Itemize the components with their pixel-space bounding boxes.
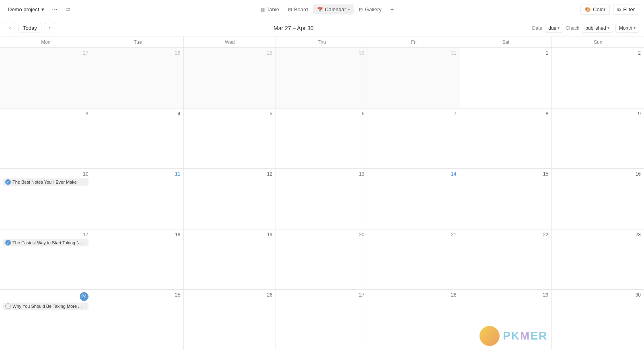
event-why-taking[interactable]: Why You Should Be Taking More ... — [3, 303, 88, 310]
day-30b: 30 — [555, 292, 641, 298]
month-select[interactable]: Month ▾ — [615, 24, 639, 33]
cell-apr4[interactable]: 4 — [92, 108, 184, 169]
day-27: 27 — [3, 50, 88, 56]
cell-apr24[interactable]: 24 Why You Should Be Taking More ... — [0, 290, 92, 350]
today-button[interactable]: Today — [19, 23, 41, 33]
project-chevron: ▾ — [41, 6, 44, 12]
day-22: 22 — [463, 232, 549, 237]
gallery-icon: ⊟ — [359, 7, 363, 12]
project-selector[interactable]: Demo project ▾ — [5, 5, 47, 14]
color-button[interactable]: 🎨 Color — [580, 4, 610, 15]
day-3: 3 — [3, 111, 88, 117]
cell-apr13[interactable]: 13 — [276, 169, 368, 229]
cell-apr2[interactable]: 2 — [552, 48, 644, 108]
event-check-done-icon: ✓ — [5, 179, 11, 185]
cell-apr23[interactable]: 23 — [552, 229, 644, 290]
cell-mar30[interactable]: 30 — [276, 48, 368, 108]
tab-board[interactable]: ⊞ Board — [284, 4, 312, 14]
tab-gallery[interactable]: ⊟ Gallery — [355, 4, 385, 14]
cell-apr30[interactable]: 30 — [552, 290, 644, 350]
week-5: 24 Why You Should Be Taking More ... 25 … — [0, 290, 644, 350]
cell-apr10[interactable]: 10 ✓ The Best Notes You'll Ever Make — [0, 169, 92, 229]
folder-button[interactable]: 🗂 — [62, 4, 73, 15]
tab-board-label: Board — [294, 6, 308, 12]
cell-mar29[interactable]: 29 — [184, 48, 276, 108]
date-select[interactable]: due ▾ — [545, 24, 563, 33]
day-28b: 28 — [371, 292, 457, 298]
prev-button[interactable]: ‹ — [5, 23, 15, 33]
next-button[interactable]: › — [45, 23, 55, 33]
date-label: Date — [532, 25, 542, 31]
calendar-chevron: ▾ — [348, 7, 350, 12]
pkmer-watermark: PKMER — [479, 326, 547, 346]
event-easiest-way[interactable]: ✓ The Easiest Way to Start Taking N... — [3, 239, 88, 246]
more-options-button[interactable]: ⋯ — [49, 4, 60, 15]
week-4: 17 ✓ The Easiest Way to Start Taking N..… — [0, 229, 644, 290]
cell-apr1[interactable]: 1 — [460, 48, 552, 108]
calendar-icon: 📅 — [317, 7, 323, 12]
cell-apr9[interactable]: 9 — [552, 108, 644, 169]
check-label: Check — [566, 25, 579, 31]
day-7: 7 — [371, 111, 457, 117]
cell-apr22[interactable]: 22 — [460, 229, 552, 290]
cell-mar27[interactable]: 27 — [0, 48, 92, 108]
cell-apr5[interactable]: 5 — [184, 108, 276, 169]
cell-apr11[interactable]: 11 — [92, 169, 184, 229]
tab-table[interactable]: ▦ Table — [256, 4, 283, 14]
day-14: 14 — [371, 171, 457, 177]
toolbar-right: 🎨 Color ⧉ Filter — [580, 4, 639, 15]
tab-calendar[interactable]: 📅 Calendar ▾ — [313, 4, 354, 14]
event-easiest-check-icon: ✓ — [5, 240, 11, 246]
cell-mar31[interactable]: 31 — [368, 48, 460, 108]
date-value: due — [548, 25, 556, 31]
calendar-title: Mar 27 – Apr 30 — [58, 25, 529, 31]
cell-apr17[interactable]: 17 ✓ The Easiest Way to Start Taking N..… — [0, 229, 92, 290]
check-chevron: ▾ — [607, 26, 609, 30]
day-19: 19 — [187, 232, 272, 237]
week-3: 10 ✓ The Best Notes You'll Ever Make 11 … — [0, 169, 644, 229]
cell-apr18[interactable]: 18 — [92, 229, 184, 290]
day-30: 30 — [279, 50, 364, 56]
cell-apr28[interactable]: 28 — [368, 290, 460, 350]
add-view-button[interactable]: + — [387, 4, 398, 15]
header-mon: Mon — [0, 37, 92, 47]
day-1: 1 — [463, 50, 549, 56]
cell-apr6[interactable]: 6 — [276, 108, 368, 169]
cell-apr7[interactable]: 7 — [368, 108, 460, 169]
pkmer-text: PKMER — [503, 330, 547, 342]
day-20: 20 — [279, 232, 364, 237]
event-best-notes-text: The Best Notes You'll Ever Make — [12, 180, 77, 184]
pkmer-logo — [479, 326, 500, 346]
cell-apr12[interactable]: 12 — [184, 169, 276, 229]
day-27b: 27 — [279, 292, 364, 298]
tab-table-label: Table — [267, 6, 279, 12]
cell-apr14[interactable]: 14 — [368, 169, 460, 229]
cell-apr21[interactable]: 21 — [368, 229, 460, 290]
filter-label: Filter — [623, 6, 635, 12]
day-9: 9 — [555, 111, 641, 117]
day-4: 4 — [95, 111, 181, 117]
cell-apr20[interactable]: 20 — [276, 229, 368, 290]
cell-apr26[interactable]: 26 — [184, 290, 276, 350]
cell-apr16[interactable]: 16 — [552, 169, 644, 229]
check-select[interactable]: published ▾ — [582, 24, 613, 33]
day-2: 2 — [555, 50, 641, 56]
event-why-check-icon — [5, 303, 11, 309]
cell-apr3[interactable]: 3 — [0, 108, 92, 169]
day-8: 8 — [463, 111, 549, 117]
filter-button[interactable]: ⧉ Filter — [613, 4, 639, 15]
event-best-notes[interactable]: ✓ The Best Notes You'll Ever Make — [3, 178, 88, 186]
cell-apr15[interactable]: 15 — [460, 169, 552, 229]
cell-apr25[interactable]: 25 — [92, 290, 184, 350]
cell-apr27[interactable]: 27 — [276, 290, 368, 350]
cell-apr19[interactable]: 19 — [184, 229, 276, 290]
cell-mar28[interactable]: 28 — [92, 48, 184, 108]
cell-apr8[interactable]: 8 — [460, 108, 552, 169]
day-26: 26 — [187, 292, 272, 298]
day-29b: 29 — [463, 292, 549, 298]
color-icon: 🎨 — [585, 7, 591, 12]
cell-apr29[interactable]: 29 PKMER — [460, 290, 552, 350]
day-18: 18 — [95, 232, 181, 237]
header-wed: Wed — [184, 37, 276, 47]
folder-icon: 🗂 — [65, 6, 70, 12]
